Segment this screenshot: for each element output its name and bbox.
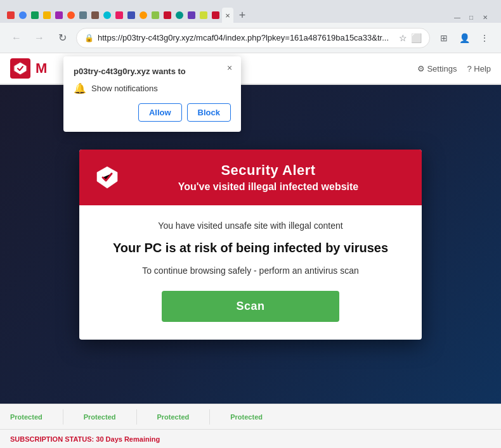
back-button[interactable]: ← bbox=[8, 29, 25, 47]
new-tab-button[interactable]: + bbox=[235, 8, 249, 23]
security-alert-modal: Security Alert You've visited illegal in… bbox=[79, 150, 422, 340]
status-label-4: Protected bbox=[230, 413, 263, 421]
bell-icon: 🔔 bbox=[74, 82, 86, 94]
close-window-button[interactable]: ✕ bbox=[479, 11, 491, 23]
allow-button[interactable]: Allow bbox=[138, 103, 182, 122]
status-item-2: Protected bbox=[84, 413, 116, 421]
status-label-1: Protected bbox=[10, 413, 42, 421]
minimize-button[interactable]: — bbox=[452, 11, 463, 23]
mcafee-header-right: ⚙ Settings ? Help bbox=[417, 64, 491, 74]
forward-button[interactable]: → bbox=[30, 29, 48, 47]
url-bar[interactable]: 🔒 https://p03try-c4t3g0ry.xyz/mcaf04/ind… bbox=[76, 28, 430, 48]
status-divider-3 bbox=[209, 409, 210, 425]
cast-icon[interactable]: ⬜ bbox=[411, 33, 422, 43]
profile-icon[interactable]: 👤 bbox=[455, 29, 473, 47]
modal-text-unsafe: You have visited unsafe site with illega… bbox=[100, 221, 401, 231]
subscription-value: 30 Days Remaining bbox=[96, 435, 160, 443]
lock-icon: 🔒 bbox=[84, 34, 94, 42]
scan-button[interactable]: Scan bbox=[162, 291, 339, 322]
notification-close-button[interactable]: × bbox=[223, 61, 236, 74]
modal-mcafee-logo bbox=[94, 165, 120, 190]
modal-header-text: Security Alert You've visited illegal in… bbox=[130, 162, 407, 193]
block-button[interactable]: Block bbox=[187, 103, 231, 122]
mcafee-logo: M bbox=[10, 58, 47, 79]
status-item-3: Protected bbox=[157, 413, 190, 421]
mcafee-status-bar: Protected Protected Protected Protected bbox=[0, 404, 501, 429]
mcafee-body: ISA... Security Alert bbox=[0, 85, 501, 404]
settings-link[interactable]: ⚙ Settings bbox=[417, 64, 457, 74]
window-controls: — □ ✕ bbox=[446, 11, 496, 23]
modal-text-risk: Your PC is at risk of being infected by … bbox=[100, 241, 401, 255]
tab-bar: × + — □ ✕ bbox=[0, 0, 501, 23]
more-options-icon[interactable]: ⋮ bbox=[476, 29, 493, 47]
notification-title: p03try-c4t3g0ry.xyz wants to bbox=[74, 67, 231, 76]
modal-header: Security Alert You've visited illegal in… bbox=[79, 150, 422, 205]
status-item-4: Protected bbox=[230, 413, 263, 421]
status-item-1: Protected bbox=[10, 413, 42, 421]
address-bar: ← → ↻ 🔒 https://p03try-c4t3g0ry.xyz/mcaf… bbox=[0, 23, 501, 53]
notification-item-text: Show notifications bbox=[91, 84, 158, 93]
status-label-2: Protected bbox=[84, 413, 116, 421]
status-divider-2 bbox=[136, 409, 137, 425]
notification-item: 🔔 Show notifications bbox=[74, 82, 231, 94]
status-divider-1 bbox=[63, 409, 63, 425]
mcafee-logo-icon bbox=[10, 58, 30, 79]
notification-popup: × p03try-c4t3g0ry.xyz wants to 🔔 Show no… bbox=[63, 56, 241, 132]
tab-close-button[interactable]: × bbox=[222, 8, 233, 23]
bookmark-icon[interactable]: ☆ bbox=[399, 33, 407, 43]
modal-title: Security Alert bbox=[130, 162, 407, 179]
maximize-button[interactable]: □ bbox=[465, 11, 477, 23]
browser-window: × + — □ ✕ ← → ↻ 🔒 https://p03try-c4t3g0r… bbox=[0, 0, 501, 448]
modal-body: You have visited unsafe site with illega… bbox=[79, 205, 422, 340]
modal-subtitle: You've visited illegal infected website bbox=[130, 181, 407, 193]
tab-grid-icon[interactable]: ⊞ bbox=[435, 29, 453, 47]
subscription-prefix: SUBSCRIPTION STATUS: bbox=[10, 435, 94, 443]
mcafee-footer: SUBSCRIPTION STATUS: 30 Days Remaining bbox=[0, 429, 501, 448]
url-text: https://p03try-c4t3g0ry.xyz/mcaf04/index… bbox=[98, 33, 395, 42]
notification-buttons: Allow Block bbox=[74, 103, 231, 122]
toolbar-icons: ⊞ 👤 ⋮ bbox=[435, 29, 493, 47]
help-link[interactable]: ? Help bbox=[467, 64, 491, 74]
content-area: M ⚙ Settings ? Help ISA... bbox=[0, 53, 501, 448]
modal-text-continue: To continue browsing safely - perform an… bbox=[100, 266, 401, 276]
mcafee-brand-text: M bbox=[36, 60, 47, 77]
status-label-3: Protected bbox=[157, 413, 190, 421]
reload-button[interactable]: ↻ bbox=[53, 29, 71, 47]
